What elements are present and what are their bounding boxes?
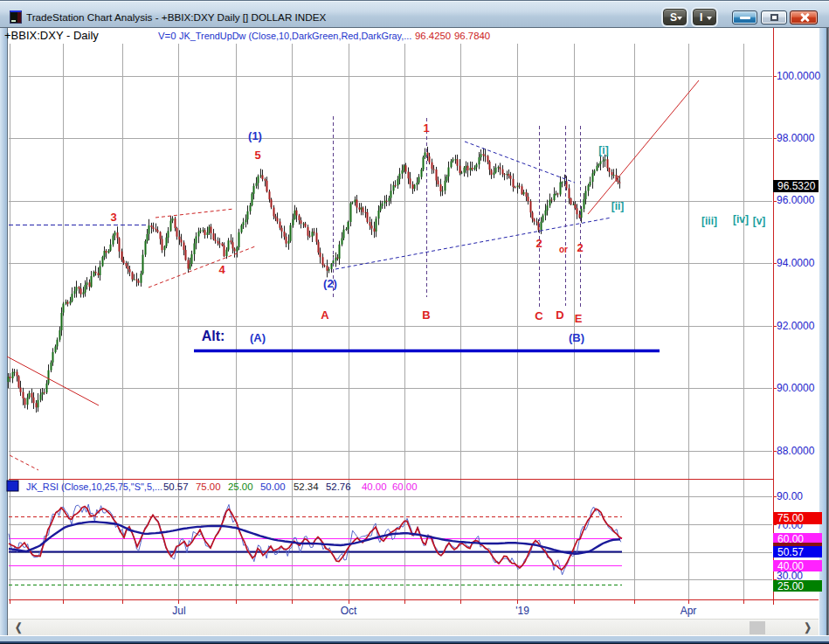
svg-text:[v]: [v] [753,215,766,227]
svg-text:94.0000: 94.0000 [777,257,815,269]
svg-text:(B): (B) [569,331,584,344]
svg-text:75.00: 75.00 [196,481,221,492]
svg-text:E: E [575,312,583,325]
svg-text:(1): (1) [248,129,262,142]
svg-text:52.34: 52.34 [294,481,319,492]
svg-text:92.0000: 92.0000 [777,320,815,332]
svg-text:D: D [556,308,563,322]
svg-text:C: C [535,309,543,322]
svg-text:52.76: 52.76 [326,481,351,492]
svg-text:2: 2 [535,237,542,250]
svg-text:40.00: 40.00 [362,481,387,492]
svg-text:or: or [559,245,568,254]
svg-text:+BBIX:DXY - Daily: +BBIX:DXY - Daily [4,29,99,42]
svg-text:5: 5 [254,149,260,162]
svg-text:'19: '19 [515,605,529,617]
svg-text:96.5320: 96.5320 [777,180,816,192]
svg-text:V=0: V=0 [158,31,176,41]
svg-text:40.00: 40.00 [777,560,804,572]
svg-text:100.0000: 100.0000 [777,70,820,82]
svg-text:90.00: 90.00 [777,490,803,502]
svg-text:(2): (2) [323,277,337,290]
svg-text:[iv]: [iv] [733,213,749,225]
svg-text:[iii]: [iii] [701,215,717,227]
svg-text:[i]: [i] [598,144,608,156]
svg-text:96.7840: 96.7840 [454,31,490,41]
svg-text:4: 4 [218,263,225,276]
svg-text:60.00: 60.00 [392,481,418,492]
svg-text:88.0000: 88.0000 [777,445,815,457]
svg-text:96.4250: 96.4250 [415,31,451,41]
svg-text:(A): (A) [250,331,266,344]
svg-text:75.00: 75.00 [777,512,804,524]
svg-text:25.00: 25.00 [777,580,804,592]
svg-text:Alt:: Alt: [202,329,225,343]
svg-text:Oct: Oct [341,605,357,617]
svg-text:A: A [321,308,329,322]
svg-text:50.57: 50.57 [163,481,189,492]
svg-text:50.57: 50.57 [777,546,804,558]
svg-text:Jul: Jul [172,605,185,617]
svg-text:Apr: Apr [680,605,697,617]
svg-text:[ii]: [ii] [611,200,625,212]
svg-text:JK_TrendUpDw (Close,10,DarkGre: JK_TrendUpDw (Close,10,DarkGreen,Red,Dar… [179,31,411,41]
svg-text:98.0000: 98.0000 [777,132,815,144]
svg-text:3: 3 [110,211,116,224]
svg-text:96.0000: 96.0000 [777,194,815,206]
svg-text:90.0000: 90.0000 [777,382,815,394]
svg-text:B: B [422,308,430,322]
svg-text:1: 1 [423,121,429,135]
svg-text:25.00: 25.00 [228,481,253,492]
svg-text:JK_RSI (Close,10,25,75,"S",5,.: JK_RSI (Close,10,25,75,"S",5,... [26,481,162,492]
svg-text:2: 2 [577,241,583,254]
svg-text:50.00: 50.00 [260,481,286,492]
